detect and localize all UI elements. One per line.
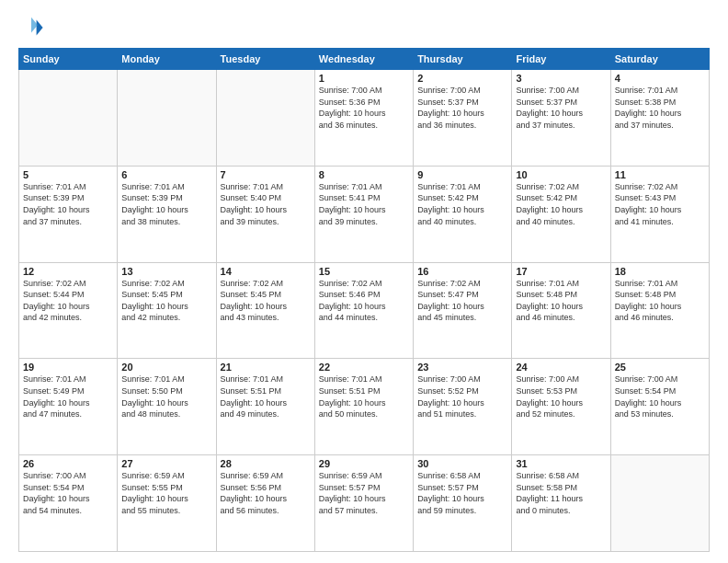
day-number: 4 <box>615 73 705 84</box>
day-number: 25 <box>615 362 705 373</box>
day-number: 10 <box>516 169 606 180</box>
day-info: Sunrise: 6:58 AM Sunset: 5:58 PM Dayligh… <box>516 470 606 516</box>
day-number: 19 <box>23 362 113 373</box>
calendar-cell <box>118 70 216 167</box>
calendar-cell: 23Sunrise: 7:00 AM Sunset: 5:52 PM Dayli… <box>414 359 512 455</box>
calendar-cell: 12Sunrise: 7:02 AM Sunset: 5:44 PM Dayli… <box>19 262 118 359</box>
day-number: 31 <box>516 458 606 469</box>
day-info: Sunrise: 6:59 AM Sunset: 5:55 PM Dayligh… <box>121 470 211 516</box>
day-info: Sunrise: 7:00 AM Sunset: 5:54 PM Dayligh… <box>23 470 113 516</box>
day-info: Sunrise: 7:01 AM Sunset: 5:39 PM Dayligh… <box>23 181 113 227</box>
day-info: Sunrise: 7:01 AM Sunset: 5:48 PM Dayligh… <box>516 278 606 324</box>
day-info: Sunrise: 7:02 AM Sunset: 5:45 PM Dayligh… <box>121 278 211 324</box>
day-info: Sunrise: 7:02 AM Sunset: 5:43 PM Dayligh… <box>615 181 705 227</box>
day-number: 12 <box>23 266 113 277</box>
day-number: 20 <box>121 362 211 373</box>
calendar-cell: 9Sunrise: 7:01 AM Sunset: 5:42 PM Daylig… <box>414 166 512 262</box>
calendar-cell: 17Sunrise: 7:01 AM Sunset: 5:48 PM Dayli… <box>512 262 610 359</box>
logo <box>18 15 46 40</box>
day-number: 3 <box>516 73 606 84</box>
day-number: 6 <box>121 169 211 180</box>
logo-icon <box>18 15 44 40</box>
day-number: 26 <box>23 458 113 469</box>
day-info: Sunrise: 7:01 AM Sunset: 5:50 PM Dayligh… <box>121 373 211 419</box>
day-info: Sunrise: 7:00 AM Sunset: 5:37 PM Dayligh… <box>417 85 507 131</box>
day-number: 28 <box>221 458 311 469</box>
calendar-cell: 19Sunrise: 7:01 AM Sunset: 5:49 PM Dayli… <box>19 359 118 455</box>
day-info: Sunrise: 7:02 AM Sunset: 5:44 PM Dayligh… <box>23 278 113 324</box>
day-info: Sunrise: 7:01 AM Sunset: 5:38 PM Dayligh… <box>615 85 705 131</box>
day-info: Sunrise: 7:02 AM Sunset: 5:47 PM Dayligh… <box>417 278 507 324</box>
calendar-cell: 16Sunrise: 7:02 AM Sunset: 5:47 PM Dayli… <box>414 262 512 359</box>
calendar-cell: 6Sunrise: 7:01 AM Sunset: 5:39 PM Daylig… <box>118 166 216 262</box>
day-info: Sunrise: 7:01 AM Sunset: 5:42 PM Dayligh… <box>417 181 507 227</box>
weekday-header-friday: Friday <box>512 49 610 70</box>
svg-marker-0 <box>37 20 43 36</box>
calendar-cell <box>610 455 709 552</box>
calendar-cell: 4Sunrise: 7:01 AM Sunset: 5:38 PM Daylig… <box>610 70 709 167</box>
calendar-cell: 24Sunrise: 7:00 AM Sunset: 5:53 PM Dayli… <box>512 359 610 455</box>
weekday-header-row: SundayMondayTuesdayWednesdayThursdayFrid… <box>19 49 710 70</box>
day-info: Sunrise: 6:59 AM Sunset: 5:57 PM Dayligh… <box>319 470 409 516</box>
day-number: 7 <box>221 169 311 180</box>
weekday-header-tuesday: Tuesday <box>216 49 314 70</box>
calendar-week-2: 5Sunrise: 7:01 AM Sunset: 5:39 PM Daylig… <box>19 166 710 262</box>
day-number: 9 <box>417 169 507 180</box>
day-info: Sunrise: 7:02 AM Sunset: 5:46 PM Dayligh… <box>319 278 409 324</box>
day-number: 27 <box>121 458 211 469</box>
weekday-header-saturday: Saturday <box>610 49 709 70</box>
calendar-cell: 13Sunrise: 7:02 AM Sunset: 5:45 PM Dayli… <box>118 262 216 359</box>
calendar-cell: 28Sunrise: 6:59 AM Sunset: 5:56 PM Dayli… <box>216 455 314 552</box>
calendar-cell <box>19 70 118 167</box>
calendar-cell: 18Sunrise: 7:01 AM Sunset: 5:48 PM Dayli… <box>610 262 709 359</box>
calendar-cell: 14Sunrise: 7:02 AM Sunset: 5:45 PM Dayli… <box>216 262 314 359</box>
day-info: Sunrise: 7:01 AM Sunset: 5:39 PM Dayligh… <box>121 181 211 227</box>
day-number: 14 <box>221 266 311 277</box>
calendar-cell: 5Sunrise: 7:01 AM Sunset: 5:39 PM Daylig… <box>19 166 118 262</box>
day-number: 2 <box>417 73 507 84</box>
day-info: Sunrise: 7:00 AM Sunset: 5:37 PM Dayligh… <box>516 85 606 131</box>
day-number: 16 <box>417 266 507 277</box>
calendar-table: SundayMondayTuesdayWednesdayThursdayFrid… <box>18 48 710 552</box>
weekday-header-wednesday: Wednesday <box>314 49 413 70</box>
calendar-cell: 2Sunrise: 7:00 AM Sunset: 5:37 PM Daylig… <box>414 70 512 167</box>
day-info: Sunrise: 7:01 AM Sunset: 5:49 PM Dayligh… <box>23 373 113 419</box>
calendar-cell: 1Sunrise: 7:00 AM Sunset: 5:36 PM Daylig… <box>314 70 413 167</box>
header <box>18 15 710 40</box>
day-number: 22 <box>319 362 409 373</box>
weekday-header-thursday: Thursday <box>414 49 512 70</box>
day-info: Sunrise: 7:00 AM Sunset: 5:53 PM Dayligh… <box>516 373 606 419</box>
day-number: 23 <box>417 362 507 373</box>
day-info: Sunrise: 7:01 AM Sunset: 5:40 PM Dayligh… <box>221 181 311 227</box>
weekday-header-sunday: Sunday <box>19 49 118 70</box>
calendar-cell: 10Sunrise: 7:02 AM Sunset: 5:42 PM Dayli… <box>512 166 610 262</box>
calendar-cell: 22Sunrise: 7:01 AM Sunset: 5:51 PM Dayli… <box>314 359 413 455</box>
calendar-cell <box>216 70 314 167</box>
day-number: 15 <box>319 266 409 277</box>
calendar-cell: 21Sunrise: 7:01 AM Sunset: 5:51 PM Dayli… <box>216 359 314 455</box>
calendar-cell: 27Sunrise: 6:59 AM Sunset: 5:55 PM Dayli… <box>118 455 216 552</box>
day-number: 18 <box>615 266 705 277</box>
calendar-cell: 31Sunrise: 6:58 AM Sunset: 5:58 PM Dayli… <box>512 455 610 552</box>
day-info: Sunrise: 7:01 AM Sunset: 5:48 PM Dayligh… <box>615 278 705 324</box>
calendar-cell: 29Sunrise: 6:59 AM Sunset: 5:57 PM Dayli… <box>314 455 413 552</box>
page: SundayMondayTuesdayWednesdayThursdayFrid… <box>0 0 728 563</box>
day-info: Sunrise: 7:00 AM Sunset: 5:36 PM Dayligh… <box>319 85 409 131</box>
day-info: Sunrise: 7:02 AM Sunset: 5:42 PM Dayligh… <box>516 181 606 227</box>
day-number: 17 <box>516 266 606 277</box>
weekday-header-monday: Monday <box>118 49 216 70</box>
day-info: Sunrise: 6:58 AM Sunset: 5:57 PM Dayligh… <box>417 470 507 516</box>
calendar-cell: 7Sunrise: 7:01 AM Sunset: 5:40 PM Daylig… <box>216 166 314 262</box>
day-number: 29 <box>319 458 409 469</box>
calendar-cell: 15Sunrise: 7:02 AM Sunset: 5:46 PM Dayli… <box>314 262 413 359</box>
day-number: 24 <box>516 362 606 373</box>
calendar-cell: 25Sunrise: 7:00 AM Sunset: 5:54 PM Dayli… <box>610 359 709 455</box>
day-number: 5 <box>23 169 113 180</box>
day-info: Sunrise: 7:00 AM Sunset: 5:52 PM Dayligh… <box>417 373 507 419</box>
calendar-cell: 11Sunrise: 7:02 AM Sunset: 5:43 PM Dayli… <box>610 166 709 262</box>
calendar-cell: 26Sunrise: 7:00 AM Sunset: 5:54 PM Dayli… <box>19 455 118 552</box>
day-info: Sunrise: 7:00 AM Sunset: 5:54 PM Dayligh… <box>615 373 705 419</box>
day-info: Sunrise: 6:59 AM Sunset: 5:56 PM Dayligh… <box>221 470 311 516</box>
day-number: 1 <box>319 73 409 84</box>
day-number: 13 <box>121 266 211 277</box>
